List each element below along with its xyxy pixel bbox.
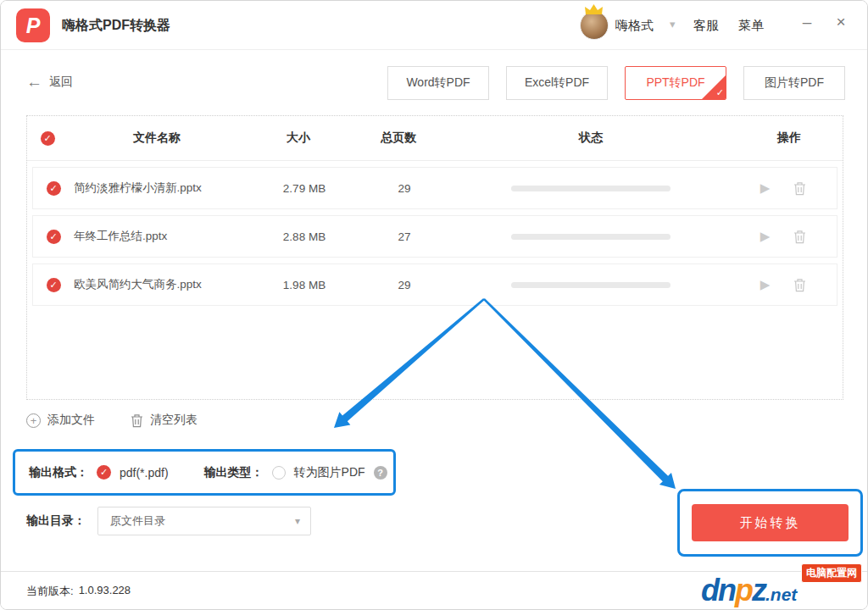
row-checkbox[interactable]: ✓ [47,230,61,244]
plus-glyph: + [31,414,37,427]
tab-excel-to-pdf[interactable]: Excel转PDF [506,66,608,100]
select-all-checkbox[interactable]: ✓ [41,131,55,146]
check-icon: ✓ [49,231,57,242]
tab-label: 图片转PDF [765,75,824,91]
file-pages: 29 [357,279,452,291]
back-label: 返回 [49,75,73,90]
header-status: 状态 [446,130,736,146]
wm-net: .net [765,585,797,604]
add-files-button[interactable]: + 添加文件 [26,413,95,428]
list-actions: + 添加文件 清空列表 [26,413,198,428]
highlight-box-output-format: 输出格式： ✓ pdf(*.pdf) 输出类型： 转为图片PDF ? [13,449,396,496]
output-directory-value: 原文件目录 [110,513,165,529]
play-icon[interactable]: ▶ [760,229,771,244]
progress-bar [511,282,670,288]
tab-label: Excel转PDF [525,75,589,91]
wm-dn: dn [701,573,735,607]
output-directory-select[interactable]: 原文件目录 ▾ [97,507,311,535]
delete-button[interactable] [793,181,806,196]
trash-icon [793,278,806,292]
file-name: 简约淡雅柠檬小清新.pptx [74,180,252,196]
close-button[interactable]: × [830,13,852,31]
delete-button[interactable] [793,230,806,244]
output-directory-label: 输出目录： [26,513,86,529]
avatar-photo [580,11,609,40]
trash-icon [793,181,806,196]
tab-label: PPT转PDF [646,75,704,91]
output-directory-row: 输出目录： 原文件目录 ▾ [26,507,311,535]
chevron-down-icon: ▾ [295,515,300,527]
back-arrow-icon: ← [26,74,42,90]
file-list-header: ✓ 文件名称 大小 总页数 状态 操作 [27,116,843,161]
app-window: P 嗨格式PDF转换器 嗨格式 ▾ 客服 菜单 – × ← 返回 Word转PD… [0,0,868,610]
check-icon: ✓ [43,133,51,144]
question-glyph: ? [377,468,383,478]
output-type-option: 转为图片PDF [294,465,365,480]
plus-circle-icon: + [26,413,41,428]
file-size: 2.88 MB [252,230,357,243]
table-row: ✓ 欧美风简约大气商务.pptx 1.98 MB 29 ▶ [32,263,837,306]
tab-image-to-pdf[interactable]: 图片转PDF [743,66,845,100]
app-title: 嗨格式PDF转换器 [62,17,170,35]
file-size: 2.79 MB [252,182,357,195]
user-avatar[interactable] [580,11,609,40]
play-icon[interactable]: ▶ [760,277,771,292]
menu-link[interactable]: 菜单 [738,18,764,34]
progress-bar [511,234,670,240]
header-size: 大小 [246,130,351,146]
tab-word-to-pdf[interactable]: Word转PDF [387,66,489,100]
highlight-box-convert: 开始转换 [677,489,863,557]
play-icon[interactable]: ▶ [760,180,771,196]
title-bar: P 嗨格式PDF转换器 嗨格式 ▾ 客服 菜单 – × [1,1,867,50]
watermark-logo: dnpz.net [701,575,797,606]
start-convert-button[interactable]: 开始转换 [692,504,849,541]
file-list: ✓ 文件名称 大小 总页数 状态 操作 ✓ 简约淡雅柠檬小清新.pptx 2.7… [26,115,843,400]
help-icon[interactable]: ? [374,466,387,480]
file-name: 年终工作总结.pptx [74,229,252,244]
customer-service-link[interactable]: 客服 [693,18,719,34]
file-name: 欧美风简约大气商务.pptx [74,277,252,292]
table-row: ✓ 年终工作总结.pptx 2.88 MB 27 ▶ [32,215,837,258]
minimize-button[interactable]: – [796,13,818,31]
check-icon: ✓ [49,280,57,291]
file-pages: 27 [357,230,452,243]
image-pdf-radio[interactable] [272,466,286,480]
watermark-badge: 电脑配置网 [801,563,862,583]
check-icon: ✓ [716,87,724,98]
output-type-label: 输出类型： [204,465,264,480]
clear-list-button[interactable]: 清空列表 [131,413,198,428]
progress-bar [511,186,670,191]
watermark: dnpz.net 电脑配置网 [701,563,862,607]
header-pages: 总页数 [351,130,446,146]
wm-p: p [735,573,752,607]
header-name: 文件名称 [68,130,246,146]
header-actions: 操作 [736,130,843,146]
tab-ppt-to-pdf[interactable]: PPT转PDF ✓ [625,66,726,100]
chevron-down-icon[interactable]: ▾ [670,18,676,30]
add-files-label: 添加文件 [47,413,95,428]
check-icon: ✓ [49,183,57,194]
app-logo-icon: P [16,8,50,42]
output-format-value: pdf(*.pdf) [120,466,169,480]
file-size: 1.98 MB [252,279,357,291]
output-format-label: 输出格式： [29,465,88,480]
file-pages: 29 [357,182,452,195]
status-bar: 当前版本: 1.0.93.228 dnpz.net 电脑配置网 [1,571,867,609]
crown-icon [585,4,603,14]
delete-button[interactable] [793,278,806,292]
conversion-tabs: Word转PDF Excel转PDF PPT转PDF ✓ 图片转PDF [387,66,845,100]
row-checkbox[interactable]: ✓ [47,278,61,292]
back-button[interactable]: ← 返回 [26,74,73,90]
version-value: 1.0.93.228 [79,584,131,599]
trash-icon [131,413,143,428]
version-info: 当前版本: 1.0.93.228 [26,584,131,599]
row-checkbox[interactable]: ✓ [47,181,61,196]
tab-label: Word转PDF [406,75,470,91]
user-name[interactable]: 嗨格式 [615,18,654,34]
trash-icon [793,230,806,244]
check-icon: ✓ [100,467,108,478]
format-radio-selected[interactable]: ✓ [97,465,111,480]
clear-list-label: 清空列表 [150,413,198,428]
wm-z: z [752,573,765,607]
table-row: ✓ 简约淡雅柠檬小清新.pptx 2.79 MB 29 ▶ [32,167,837,209]
